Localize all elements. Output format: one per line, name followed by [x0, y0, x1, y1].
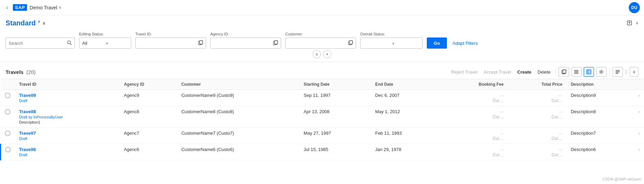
table-title: Travels (20): [6, 69, 36, 75]
row-select-cell: [1, 144, 15, 160]
travel-id-header[interactable]: Travel ID: [15, 79, 120, 90]
travel-id-link[interactable]: TravelI7: [19, 131, 116, 136]
table-row: TravelI7Draft Agenc7 CustomerName7 (Cust…: [1, 128, 644, 144]
customer-header[interactable]: Customer: [177, 79, 299, 90]
svg-rect-18: [574, 73, 578, 74]
total-price-cell: ···Cur…: [508, 128, 567, 144]
travel-id-input[interactable]: [138, 41, 197, 46]
end-date-cell: Feb 11, 1993: [371, 128, 441, 144]
svg-rect-26: [616, 73, 618, 74]
table-title-area: Travels (20): [6, 69, 36, 75]
agency-id-input-box[interactable]: [210, 37, 281, 49]
table-view-button[interactable]: [584, 67, 594, 77]
travel-id-link[interactable]: TravelI9: [19, 93, 116, 98]
overall-status-filter-item: Overall Status: ∨: [360, 32, 423, 49]
export-chevron-icon[interactable]: ∨: [636, 21, 638, 25]
end-date-cell: Dec 6, 2007: [371, 90, 441, 106]
settings-icon: [599, 69, 604, 74]
travel-id-label: Travel ID:: [135, 32, 206, 36]
column-settings-button[interactable]: [596, 67, 607, 77]
table-title-text: Travels: [6, 69, 24, 75]
collapse-filter-button[interactable]: ∧: [313, 50, 321, 58]
go-button[interactable]: Go: [427, 37, 447, 49]
back-button[interactable]: ‹: [4, 4, 10, 11]
agency-id-label: Agency ID:: [210, 32, 281, 36]
export-icon: [627, 20, 632, 26]
delete-button[interactable]: Delete: [535, 69, 553, 75]
row-navigate-button[interactable]: ›: [634, 128, 644, 144]
accept-travel-button[interactable]: Accept Travel: [482, 69, 513, 75]
table-container: Travel ID Agency ID Customer Starting Da…: [0, 79, 644, 160]
svg-rect-8: [274, 41, 278, 44]
travel-id-input-box[interactable]: [135, 37, 206, 49]
expand-button[interactable]: ∨: [630, 67, 638, 77]
total-price-cell: ···Cur…: [508, 144, 567, 160]
app-title-text: Demo Travel: [30, 5, 57, 10]
booking-fee-cell: ···Cur…: [441, 128, 508, 144]
row-actions-header: [634, 79, 644, 90]
copy-rows-button[interactable]: [559, 67, 569, 77]
booking-fee-header[interactable]: Booking Fee: [441, 79, 508, 90]
description-header[interactable]: Description: [567, 79, 634, 90]
pin-filter-button[interactable]: ⌖: [323, 50, 331, 58]
agency-id-cell: Agenc9: [120, 90, 177, 106]
starting-date-header[interactable]: Starting Date: [299, 79, 371, 90]
total-price-cell: ···Cur…: [508, 106, 567, 128]
description-cell: Description7: [567, 128, 634, 144]
row-navigate-button[interactable]: ›: [634, 144, 644, 160]
search-icon[interactable]: [67, 40, 72, 46]
customer-input[interactable]: [288, 41, 347, 46]
svg-point-23: [601, 71, 602, 73]
total-price-header[interactable]: Total Price: [508, 79, 567, 90]
export-button[interactable]: [625, 19, 634, 27]
nav-left: ‹ SAP Demo Travel ∨: [4, 4, 61, 11]
row-select-cell: [1, 128, 15, 144]
svg-rect-24: [616, 70, 620, 71]
starting-date-cell: Apr 13, 2008: [299, 106, 371, 128]
page-title-chevron-icon[interactable]: ∨: [42, 20, 46, 26]
agency-id-header[interactable]: Agency ID: [120, 79, 177, 90]
overall-status-select[interactable]: ∨: [360, 37, 423, 49]
svg-rect-11: [349, 41, 353, 44]
adapt-filters-button[interactable]: Adapt Filters: [451, 37, 479, 49]
customer-cell: CustomerName7 (Custo7): [177, 128, 299, 144]
svg-rect-16: [574, 70, 578, 71]
more-button[interactable]: [612, 67, 623, 77]
starting-date-cell: Sep 11, 1997: [299, 90, 371, 106]
end-date-cell: May 1, 2012: [371, 106, 441, 128]
row-navigate-button[interactable]: ›: [634, 106, 644, 128]
customer-input-box[interactable]: [285, 37, 356, 49]
row-radio-button[interactable]: [5, 147, 11, 152]
svg-rect-25: [616, 72, 620, 72]
page-title-asterisk: *: [38, 19, 40, 27]
travel-id-link[interactable]: TravelI8: [19, 109, 116, 114]
customer-copy-icon[interactable]: [348, 40, 353, 46]
row-radio-button[interactable]: [5, 93, 10, 98]
search-input[interactable]: [9, 41, 67, 46]
list-view-button[interactable]: [571, 67, 582, 77]
row-navigate-button[interactable]: ›: [634, 90, 644, 106]
agency-id-input[interactable]: [213, 41, 272, 46]
customer-cell: CustomerName9 (Custo9): [177, 90, 299, 106]
editing-status-select[interactable]: All ∨: [79, 37, 131, 49]
row-radio-button[interactable]: [5, 131, 10, 136]
row-radio-button[interactable]: [5, 109, 10, 115]
create-button[interactable]: Create: [515, 69, 533, 75]
divider-1: [556, 68, 556, 75]
editing-status-label: Editing Status:: [79, 32, 131, 36]
editing-status-value: All: [82, 41, 104, 46]
end-date-cell: Jan 29, 1978: [371, 144, 441, 160]
search-box[interactable]: [6, 37, 75, 49]
agency-id-filter-item: Agency ID:: [210, 32, 281, 49]
description-cell: Description8: [567, 106, 634, 128]
user-avatar[interactable]: DU: [629, 2, 640, 13]
row-select-cell: [1, 90, 15, 106]
app-title-chevron-icon[interactable]: ∨: [59, 5, 61, 10]
agency-id-copy-icon[interactable]: [273, 40, 278, 46]
more-icon: [615, 69, 620, 74]
editing-status-chevron-icon: ∨: [106, 41, 128, 45]
end-date-header[interactable]: End Date: [371, 79, 441, 90]
travel-id-link[interactable]: TravelI6: [19, 147, 116, 152]
travel-id-copy-icon[interactable]: [198, 40, 203, 46]
reject-travel-button[interactable]: Reject Travel: [449, 69, 480, 75]
